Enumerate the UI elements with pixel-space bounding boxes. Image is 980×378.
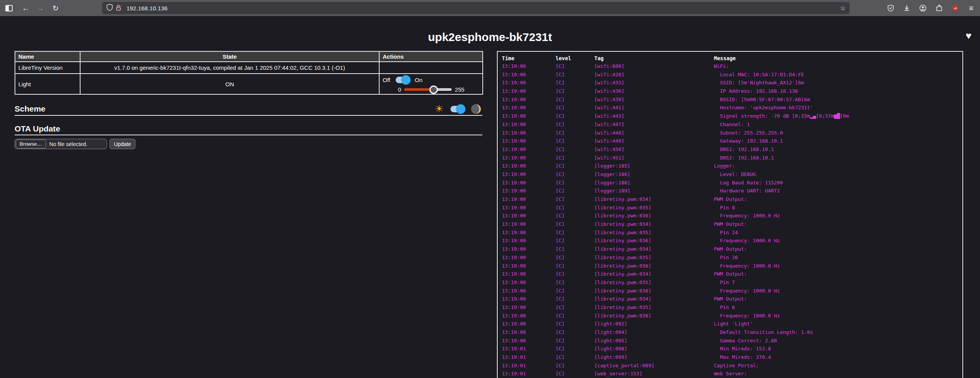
entity-name: Light (15, 74, 80, 94)
download-icon[interactable] (901, 2, 913, 14)
log-row: 13:19:00 [C] [libretiny.pwm:036] Frequen… (498, 287, 962, 295)
log-message: PWM Output: (714, 195, 962, 204)
log-message: Frequency: 1000.0 Hz (714, 287, 962, 295)
log-row: 13:19:00 [C] [libretiny.pwm:036] Frequen… (498, 312, 962, 320)
log-time: 13:19:00 (502, 320, 556, 328)
log-level: [C] (556, 162, 594, 170)
forward-icon[interactable]: → (35, 2, 46, 14)
log-message: Pin 7 (714, 278, 962, 287)
insecure-lock-icon[interactable] (116, 5, 123, 12)
log-tag: [web_server:153] (594, 370, 714, 378)
log-row: 13:19:00 [C] [libretiny.pwm:035] Pin 26 (498, 253, 962, 262)
brightness-slider[interactable] (404, 88, 452, 91)
log-time: 13:19:00 (502, 145, 556, 154)
log-level: [C] (556, 328, 594, 337)
extension-puzzle-icon[interactable] (933, 2, 945, 14)
log-time: 13:19:00 (502, 95, 556, 104)
log-tag: [libretiny.pwm:034] (594, 220, 714, 228)
log-col-level: level (556, 55, 594, 62)
log-tag: [libretiny.pwm:036] (594, 287, 714, 295)
moon-icon (471, 104, 481, 114)
log-level: [C] (556, 120, 594, 129)
browse-button[interactable]: Browse… (16, 140, 46, 148)
log-tag: [logger:188] (594, 179, 714, 187)
url-bar[interactable]: 192.168.10.136 ☆ (102, 2, 850, 14)
log-panel: Time level Tag Message 13:19:00 [C] [wif… (497, 51, 963, 378)
log-tag: [logger:185] (594, 162, 714, 170)
log-time: 13:19:00 (502, 270, 556, 278)
log-row: 13:19:01 [C] [light:099] Max Mireds: 370… (498, 353, 962, 362)
reload-icon[interactable]: ↻ (50, 2, 61, 14)
log-time: 13:19:00 (502, 245, 556, 253)
menu-icon[interactable]: ≡ (965, 2, 977, 14)
log-message: Signal strength: -70 dB [0;33m▂▄[0;37m▆█… (714, 112, 962, 120)
entity-state: ON (80, 74, 379, 94)
sidebar-toggle-icon[interactable] (3, 2, 15, 14)
log-tag: [captive_portal:089] (594, 362, 714, 370)
log-message: Frequency: 1000.0 Hz (714, 312, 962, 320)
log-row: 13:19:01 [C] [captive_portal:089] Captiv… (498, 362, 962, 370)
log-row: 13:19:01 [C] [light:098] Min Mireds: 153… (498, 345, 962, 353)
log-level: [C] (556, 320, 594, 328)
log-message: WiFi: (714, 62, 962, 71)
log-time: 13:19:00 (502, 220, 556, 228)
log-row: 13:19:00 [C] [wifi:449] Gateway: 192.168… (498, 137, 962, 145)
log-row: 13:19:00 [C] [wifi:433] SSID: [5m'Nighth… (498, 79, 962, 87)
log-level: [C] (556, 345, 594, 353)
log-level: [C] (556, 253, 594, 262)
light-toggle[interactable] (396, 77, 409, 83)
log-message: Frequency: 1000.0 Hz (714, 212, 962, 220)
log-message: Pin 8 (714, 204, 962, 212)
log-tag: [libretiny.pwm:035] (594, 204, 714, 212)
scheme-heading: Scheme (15, 104, 46, 113)
log-row: 13:19:00 [C] [libretiny.pwm:034] PWM Out… (498, 220, 962, 228)
log-tag: [light:092] (594, 320, 714, 328)
brightness-slider-thumb[interactable] (429, 85, 438, 94)
log-message: Gamma Correct: 2.80 (714, 337, 962, 345)
log-tag: [libretiny.pwm:036] (594, 212, 714, 220)
on-label: On (415, 77, 423, 83)
log-tag: [wifi:449] (594, 137, 714, 145)
log-time: 13:19:00 (502, 328, 556, 337)
log-message: Channel: 1 (714, 120, 962, 129)
log-level: [C] (556, 287, 594, 295)
log-tag: [wifi:447] (594, 120, 714, 129)
entity-table-header-row: Name State Actions (15, 51, 483, 62)
log-row: 13:19:00 [C] [wifi:439] BSSID: [5m00:5F:… (498, 95, 962, 104)
table-row-libretiny-version: LibreTiny Version v1.7.0 on generic-bk72… (15, 62, 483, 74)
log-row: 13:19:00 [C] [wifi:447] Channel: 1 (498, 120, 962, 129)
log-tag: [light:094] (594, 328, 714, 337)
log-time: 13:19:00 (502, 278, 556, 287)
scheme-toggle[interactable] (451, 106, 464, 112)
update-button[interactable]: Update (110, 139, 135, 149)
log-level: [C] (556, 303, 594, 312)
back-icon[interactable]: ← (20, 2, 31, 14)
log-level: [C] (556, 79, 594, 87)
log-time: 13:19:00 (502, 71, 556, 79)
page-title: upk2esphome-bk7231t (0, 16, 980, 44)
log-tag: [wifi:451] (594, 154, 714, 162)
log-message: Local MAC: 10:5A:17:D1:D4:FE (714, 71, 962, 79)
tracking-shield-icon[interactable] (107, 4, 113, 12)
account-icon[interactable] (917, 2, 929, 14)
log-tag: [light:098] (594, 345, 714, 353)
log-message: Max Mireds: 370.4 (714, 353, 962, 362)
log-time: 13:19:00 (502, 295, 556, 303)
bookmark-star-icon[interactable]: ☆ (840, 4, 846, 12)
entity-actions (379, 62, 483, 74)
log-level: [C] (556, 270, 594, 278)
log-col-tag: Tag (594, 55, 714, 62)
svg-text:uB: uB (953, 7, 957, 10)
ublock-icon[interactable]: uB (949, 2, 961, 14)
log-row: 13:19:00 [C] [light:095] Gamma Correct: … (498, 337, 962, 345)
log-row: 13:19:00 [C] [libretiny.pwm:034] PWM Out… (498, 245, 962, 253)
log-message: Captive Portal: (714, 362, 962, 370)
log-level: [C] (556, 220, 594, 228)
log-tag: [wifi:436] (594, 87, 714, 95)
log-level: [C] (556, 145, 594, 154)
log-row: 13:19:00 [C] [libretiny.pwm:036] Frequen… (498, 262, 962, 270)
firmware-file-input[interactable]: Browse… No file selected. (15, 139, 107, 149)
shield-check-icon[interactable] (885, 2, 896, 14)
log-tag: [wifi:439] (594, 95, 714, 104)
log-row: 13:19:00 [C] [libretiny.pwm:034] PWM Out… (498, 295, 962, 303)
